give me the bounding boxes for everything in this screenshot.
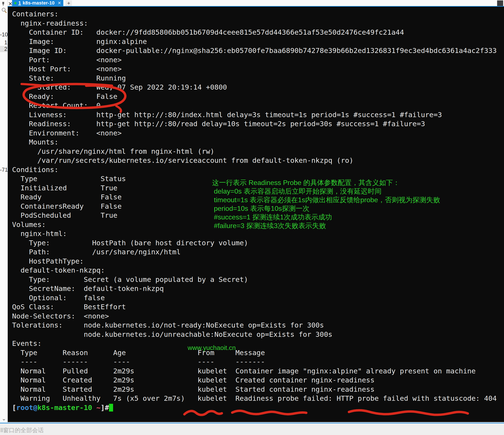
note-line: delay=0s 表示容器启动后立即开始探测，没有延迟时间: [212, 187, 440, 195]
tab-bar: 1 k8s-master-10 ✕ +: [8, 0, 504, 7]
note-line: period=10s 表示每10s探测一次: [212, 204, 440, 213]
close-icon[interactable]: ✕: [8, 1, 12, 7]
prompt-host: k8s-master-10: [37, 404, 92, 412]
terminal-cursor: [109, 404, 113, 411]
note-line: #failure=3 探测连续3次失败表示失败: [212, 221, 440, 230]
tab-index: 1: [18, 0, 21, 6]
xshell-window: -10 1 2 -71 ⌄ ✕ 1 k8s-master-10 ✕ + Cont…: [0, 0, 504, 435]
tabbar-accent-line: [8, 6, 504, 7]
tab-label: k8s-master-10: [23, 0, 54, 6]
note-line: 这一行表示 Readiness Probe 的具体参数配置，其含义如下：: [212, 178, 440, 187]
search-icon[interactable]: [1, 7, 7, 14]
prompt-user: root@: [16, 404, 37, 412]
prompt-path: ~: [92, 404, 101, 412]
sidebar-session-item[interactable]: 2: [0, 46, 7, 52]
session-connected-dot-icon: [14, 2, 17, 4]
session-sidebar[interactable]: -10 1 2 -71 ⌄: [0, 0, 8, 423]
sidebar-session-item[interactable]: 1: [0, 39, 7, 46]
status-bar-text: ll窗口的全部会话: [0, 426, 44, 434]
tab-k8s-master-10[interactable]: 1 k8s-master-10 ✕: [12, 0, 63, 6]
tab-close-icon[interactable]: ✕: [57, 0, 61, 6]
status-bar: ll窗口的全部会话: [0, 423, 504, 435]
prompt-bracket: [: [12, 404, 16, 412]
new-tab-button[interactable]: +: [65, 0, 72, 6]
watermark-text: www.yuchaoit.cn: [188, 344, 236, 351]
note-line: #success=1 探测连续1次成功表示成功: [212, 213, 440, 221]
shell-prompt: [root@k8s-master-10 ~]#: [8, 403, 504, 412]
chevron-down-icon[interactable]: ⌄: [2, 416, 6, 422]
window-menu-button[interactable]: [497, 0, 503, 6]
readiness-probe-note: 这一行表示 Readiness Probe 的具体参数配置，其含义如下： del…: [212, 178, 440, 230]
sidebar-session-item[interactable]: -10: [0, 31, 7, 38]
pin-icon[interactable]: [1, 1, 6, 7]
sidebar-session-item[interactable]: -71: [0, 167, 7, 173]
note-line: timeout=1s 表示容器必须在1s内做出相应反馈给probe，否则视为探测…: [212, 195, 440, 204]
prompt-bracket: ]#: [101, 404, 109, 412]
